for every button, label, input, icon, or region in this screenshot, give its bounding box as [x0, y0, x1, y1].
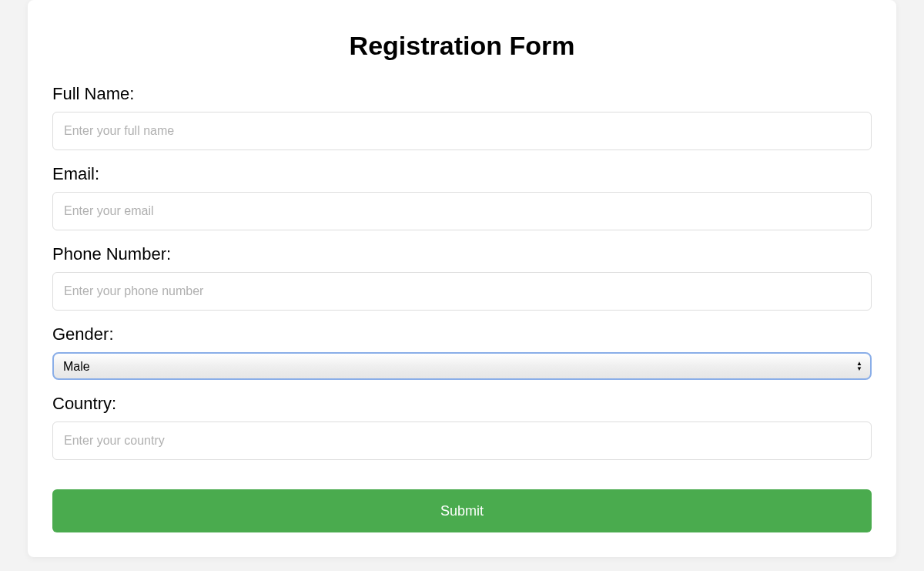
fullname-group: Full Name: — [52, 84, 872, 150]
email-label: Email: — [52, 164, 872, 184]
email-group: Email: — [52, 164, 872, 230]
gender-label: Gender: — [52, 324, 872, 344]
gender-group: Gender: MaleFemaleOther ▲ ▼ — [52, 324, 872, 380]
country-input[interactable] — [52, 422, 872, 460]
fullname-label: Full Name: — [52, 84, 872, 104]
gender-select-wrap: MaleFemaleOther ▲ ▼ — [52, 352, 872, 380]
submit-button[interactable]: Submit — [52, 489, 872, 532]
country-group: Country: — [52, 394, 872, 460]
phone-group: Phone Number: — [52, 244, 872, 311]
phone-label: Phone Number: — [52, 244, 872, 264]
gender-select[interactable]: MaleFemaleOther — [52, 352, 872, 380]
phone-input[interactable] — [52, 272, 872, 311]
email-input[interactable] — [52, 192, 872, 230]
country-label: Country: — [52, 394, 872, 414]
page-title: Registration Form — [52, 31, 872, 61]
registration-card: Registration Form Full Name: Email: Phon… — [28, 0, 896, 557]
fullname-input[interactable] — [52, 112, 872, 150]
